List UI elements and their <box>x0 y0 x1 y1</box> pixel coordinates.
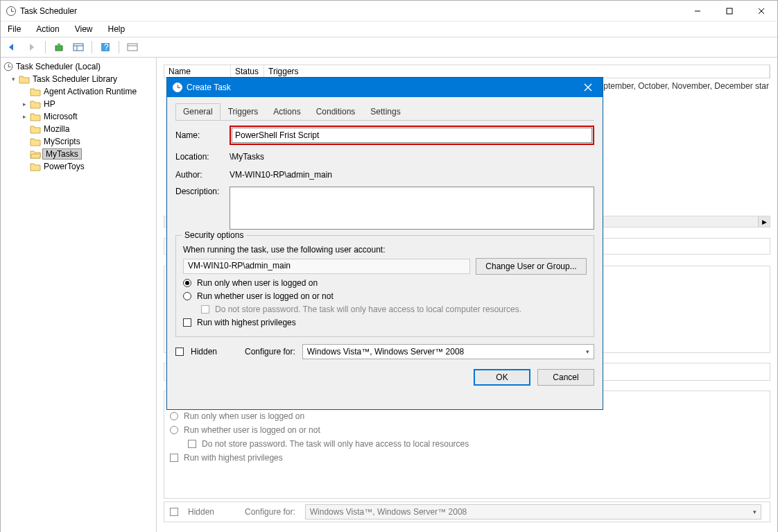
description-label: Description: <box>175 187 230 196</box>
tree-library[interactable]: ▾ Task Scheduler Library <box>2 73 155 85</box>
chevron-down-icon: ▾ <box>753 508 757 515</box>
tab-settings[interactable]: Settings <box>363 103 408 120</box>
main-window: Task Scheduler File Action View Help ? <box>0 0 778 532</box>
location-value: \MyTasks <box>230 151 594 163</box>
up-button[interactable] <box>51 40 67 55</box>
col-status[interactable]: Status <box>231 65 264 78</box>
folder-open-icon <box>30 149 41 159</box>
bg-opt-any: Run whether user is logged on or not <box>164 423 770 437</box>
checkbox-icon <box>170 508 178 516</box>
radio-selected-icon[interactable] <box>183 279 191 287</box>
tree-item[interactable]: –Mozilla <box>2 123 155 135</box>
radio-icon[interactable] <box>183 292 191 300</box>
create-task-dialog: Create Task General Triggers Actions Con… <box>166 77 603 410</box>
app-icon <box>6 6 16 16</box>
menu-action[interactable]: Action <box>33 23 62 35</box>
tab-conditions[interactable]: Conditions <box>309 103 363 120</box>
name-label: Name: <box>175 130 230 140</box>
task-name-input[interactable] <box>232 128 592 143</box>
menu-file[interactable]: File <box>5 23 24 35</box>
dialog-tabs: General Triggers Actions Conditions Sett… <box>175 103 594 121</box>
checkbox-icon <box>188 440 196 448</box>
configure-for-label: Configure for: <box>245 347 295 357</box>
bg-configure-select: Windows Vista™, Windows Server™ 2008▾ <box>305 504 761 520</box>
tree-pane: Task Scheduler (Local) ▾ Task Scheduler … <box>1 58 157 532</box>
bg-opt-logged: Run only when user is logged on <box>164 409 770 423</box>
security-legend: Security options <box>182 230 246 240</box>
opt-run-logged-on[interactable]: Run only when user is logged on <box>183 278 587 288</box>
opt-no-password: Do not store password. The task will onl… <box>183 304 587 314</box>
change-user-button[interactable]: Change User or Group... <box>476 258 587 275</box>
radio-icon <box>170 412 178 420</box>
bg-opt-nopw: Do not store password. The task will onl… <box>164 437 770 451</box>
folder-icon <box>30 87 41 96</box>
tree-item[interactable]: –Agent Activation Runtime <box>2 85 155 98</box>
tab-general[interactable]: General <box>175 103 221 120</box>
tree-item[interactable]: ▸HP <box>2 98 155 110</box>
folder-icon <box>30 162 41 171</box>
radio-icon <box>170 426 178 434</box>
dialog-icon <box>173 83 182 92</box>
window-title: Task Scheduler <box>20 6 77 16</box>
running-as-text: When running the task, use the following… <box>183 245 587 255</box>
list-header: Name Status Triggers <box>164 65 770 78</box>
menu-view[interactable]: View <box>72 23 96 35</box>
hidden-label: Hidden <box>191 347 217 357</box>
svg-rect-10 <box>128 44 137 51</box>
panes-button[interactable] <box>71 40 86 55</box>
folder-icon <box>19 74 30 84</box>
svg-rect-1 <box>727 8 732 14</box>
folder-icon <box>30 124 41 134</box>
bg-footer: Hidden Configure for: Windows Vista™, Wi… <box>164 501 770 522</box>
dialog-close-button[interactable] <box>573 78 603 97</box>
bg-opt-highest: Run with highest privileges <box>164 451 770 465</box>
tree-item[interactable]: ▸Microsoft <box>2 110 155 123</box>
tree-item[interactable]: –PowerToys <box>2 160 155 173</box>
dialog-titlebar[interactable]: Create Task <box>167 78 603 97</box>
toolbar: ? <box>1 37 777 58</box>
folder-icon <box>30 99 41 109</box>
hidden-checkbox[interactable] <box>175 347 184 356</box>
cancel-button[interactable]: Cancel <box>537 369 594 386</box>
expander-open-icon[interactable]: ▾ <box>9 75 17 83</box>
configure-for-select[interactable]: Windows Vista™, Windows Server™ 2008 ▾ <box>302 344 594 359</box>
svg-rect-5 <box>74 44 83 51</box>
svg-rect-4 <box>55 46 62 51</box>
chevron-down-icon: ▾ <box>586 348 589 355</box>
scroll-right-icon[interactable]: ▶ <box>758 216 770 227</box>
ok-button[interactable]: OK <box>474 369 530 386</box>
help-toolbar-button[interactable]: ? <box>98 40 113 55</box>
checkbox-icon[interactable] <box>183 318 191 327</box>
forward-button[interactable] <box>24 40 40 55</box>
scheduler-icon <box>4 62 13 71</box>
tree-root[interactable]: Task Scheduler (Local) <box>2 60 155 73</box>
checkbox-icon <box>201 305 209 314</box>
security-options: Security options When running the task, … <box>175 235 594 337</box>
description-textarea[interactable] <box>230 187 594 230</box>
menu-help[interactable]: Help <box>105 23 128 35</box>
author-value: VM-WIN10-RP\admin_main <box>230 169 594 181</box>
checkbox-icon <box>170 454 178 462</box>
author-label: Author: <box>175 170 230 180</box>
folder-icon <box>30 137 41 146</box>
menubar: File Action View Help <box>1 22 777 37</box>
expander-closed-icon[interactable]: ▸ <box>20 112 28 121</box>
dialog-title: Create Task <box>187 83 231 92</box>
props-button[interactable] <box>125 40 140 55</box>
back-button[interactable] <box>5 40 20 55</box>
col-triggers[interactable]: Triggers <box>264 65 770 78</box>
tab-triggers[interactable]: Triggers <box>221 103 266 120</box>
tree-item-selected[interactable]: –MyTasks <box>2 148 155 160</box>
name-highlight <box>230 126 594 145</box>
opt-highest-priv[interactable]: Run with highest privileges <box>183 318 587 327</box>
close-button[interactable] <box>745 1 777 22</box>
tab-actions[interactable]: Actions <box>266 103 308 120</box>
opt-run-any[interactable]: Run whether user is logged on or not <box>183 291 587 301</box>
maximize-button[interactable] <box>714 1 745 22</box>
user-account-field: VM-WIN10-RP\admin_main <box>183 259 470 274</box>
tree-item[interactable]: –MyScripts <box>2 135 155 148</box>
minimize-button[interactable] <box>682 1 714 22</box>
col-name[interactable]: Name <box>164 65 231 78</box>
expander-closed-icon[interactable]: ▸ <box>20 100 28 108</box>
folder-icon <box>30 112 41 121</box>
